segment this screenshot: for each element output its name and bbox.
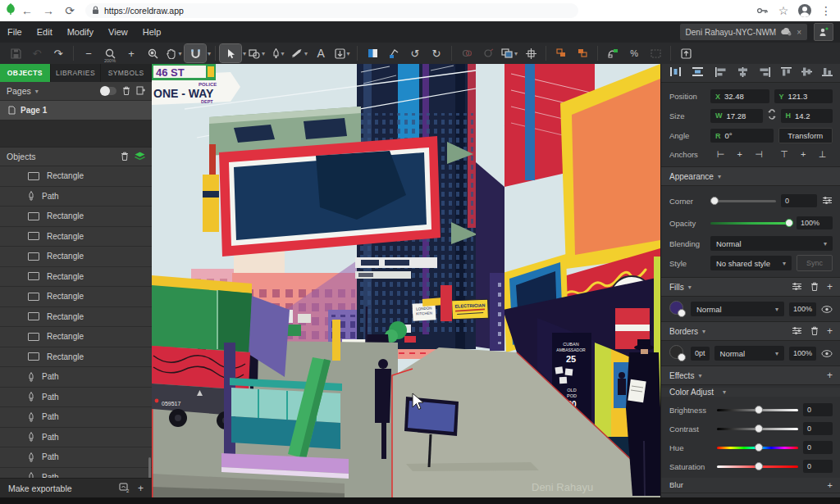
brightness-slider[interactable]: [717, 409, 798, 411]
snap-tool-button[interactable]: [185, 44, 206, 62]
collaborator-button[interactable]: [814, 23, 833, 41]
border-width-field[interactable]: 0pt: [691, 347, 710, 361]
align-right-icon[interactable]: [759, 66, 771, 80]
add-export-icon[interactable]: +: [138, 484, 144, 493]
anchor-left-icon[interactable]: ⊢: [717, 149, 725, 160]
anchor-top-icon[interactable]: ⊤: [780, 149, 788, 160]
order-front-button[interactable]: [550, 44, 572, 62]
proportions-button[interactable]: %: [623, 44, 645, 62]
size-w-field[interactable]: W17.28: [710, 109, 763, 123]
objects-trash-icon[interactable]: [121, 152, 129, 162]
snap-tool-caret-icon[interactable]: ▾: [208, 50, 211, 57]
transform-tool-button[interactable]: [520, 44, 541, 62]
corner-value-field[interactable]: 0: [781, 194, 817, 207]
tab-objects[interactable]: OBJECTS: [0, 64, 51, 82]
pages-caret-icon[interactable]: ▾: [35, 88, 39, 95]
transform-button[interactable]: Transform: [778, 128, 833, 143]
object-row[interactable]: Rectangle: [0, 227, 152, 247]
fill-color-swatch[interactable]: [669, 301, 686, 317]
browser-profile-button[interactable]: [796, 2, 814, 20]
menu-edit[interactable]: Edit: [30, 21, 60, 43]
browser-reload-button[interactable]: ⟳: [61, 2, 79, 20]
fills-options-icon[interactable]: [792, 282, 802, 293]
save-button[interactable]: [5, 44, 26, 62]
opacity-value-field[interactable]: 100%: [797, 216, 833, 229]
node-tool-button[interactable]: ▾: [267, 44, 289, 62]
document-close-icon[interactable]: ×: [797, 28, 801, 37]
zoom-fit-button[interactable]: [142, 44, 163, 62]
hue-value-field[interactable]: 0: [803, 441, 833, 454]
lock-ratio-icon[interactable]: [768, 108, 776, 123]
contrast-slider[interactable]: [717, 428, 798, 430]
menu-help[interactable]: Help: [135, 21, 169, 43]
borders-header[interactable]: Borders ▾ +: [661, 321, 840, 341]
size-h-field[interactable]: H14.2: [781, 109, 833, 123]
bookmark-star-icon[interactable]: ☆: [774, 2, 792, 20]
align-middle-icon[interactable]: [801, 66, 812, 80]
redo-button[interactable]: ↷: [48, 44, 69, 62]
password-key-icon[interactable]: [753, 2, 771, 20]
pages-trash-icon[interactable]: [122, 86, 130, 97]
border-color-swatch[interactable]: [669, 345, 686, 361]
anchor-center-v-icon[interactable]: +: [801, 149, 806, 160]
pick-tool-button[interactable]: [220, 44, 241, 62]
outline-editor-button[interactable]: [383, 44, 404, 62]
pages-toggle[interactable]: [100, 87, 116, 95]
export-button[interactable]: [675, 44, 696, 62]
object-row[interactable]: Rectangle: [0, 267, 152, 288]
object-row[interactable]: Path: [0, 367, 152, 388]
blending-select[interactable]: Normal▾: [710, 236, 833, 251]
borders-trash-icon[interactable]: [810, 326, 819, 337]
object-row[interactable]: Rectangle: [0, 247, 152, 267]
trim-button[interactable]: [477, 44, 499, 62]
saturation-slider[interactable]: [717, 465, 798, 468]
fill-editor-button[interactable]: [362, 44, 383, 62]
corner-slider[interactable]: [710, 200, 776, 202]
fills-trash-icon[interactable]: [810, 282, 819, 293]
style-select[interactable]: No shared style▾: [710, 256, 792, 270]
menu-file[interactable]: File: [0, 21, 30, 43]
align-top-icon[interactable]: [781, 66, 792, 80]
sync-button[interactable]: Sync: [797, 255, 833, 271]
menu-view[interactable]: View: [101, 21, 135, 43]
object-row[interactable]: Rectangle: [0, 207, 152, 227]
object-row[interactable]: Path: [0, 407, 152, 428]
border-mode-select[interactable]: Normal▾: [714, 346, 784, 361]
object-row[interactable]: Rectangle: [0, 327, 152, 347]
fills-add-icon[interactable]: +: [827, 282, 833, 292]
object-row[interactable]: Path: [0, 388, 152, 408]
fill-opacity-field[interactable]: 100%: [789, 302, 816, 316]
page-1-item[interactable]: Page 1: [0, 101, 152, 120]
menu-modify[interactable]: Modify: [60, 21, 101, 43]
blur-section-row[interactable]: Blur +: [661, 478, 840, 493]
objects-scrollbar[interactable]: [148, 457, 151, 478]
zoom-in-button[interactable]: +: [121, 44, 142, 62]
add-page-icon[interactable]: [136, 86, 145, 97]
distribute-horizontal-icon[interactable]: [669, 66, 682, 80]
object-row[interactable]: Path: [0, 468, 152, 479]
fill-mode-select[interactable]: Normal▾: [691, 302, 784, 316]
import-button[interactable]: ▾: [331, 44, 353, 62]
fills-header[interactable]: Fills ▾ +: [661, 277, 840, 297]
object-row[interactable]: Rectangle: [0, 307, 152, 328]
align-left-icon[interactable]: [714, 66, 727, 80]
object-row[interactable]: Rectangle: [0, 347, 152, 368]
address-bar[interactable]: https://coreldraw.app: [85, 3, 578, 18]
object-row[interactable]: Path: [0, 447, 152, 468]
saturation-value-field[interactable]: 0: [803, 460, 833, 473]
border-opacity-field[interactable]: 100%: [789, 347, 816, 361]
browser-back-button[interactable]: ←: [18, 2, 36, 20]
contrast-value-field[interactable]: 0: [803, 422, 833, 435]
zoom-out-button[interactable]: −: [78, 44, 99, 62]
object-row[interactable]: Path: [0, 187, 152, 207]
undo-button[interactable]: ↶: [26, 44, 48, 62]
anchor-right-icon[interactable]: ⊣: [755, 149, 763, 160]
anchor-bottom-icon[interactable]: ⊥: [819, 149, 827, 160]
blur-add-icon[interactable]: +: [828, 480, 833, 490]
pan-tool-button[interactable]: ▾: [163, 44, 185, 62]
marquee-button[interactable]: [645, 44, 666, 62]
object-row[interactable]: Rectangle: [0, 166, 152, 187]
document-tab[interactable]: Deni Rahayu-NYC-NWM ×: [680, 24, 807, 40]
snap-objects-button[interactable]: [602, 44, 623, 62]
browser-forward-button[interactable]: →: [39, 2, 57, 20]
